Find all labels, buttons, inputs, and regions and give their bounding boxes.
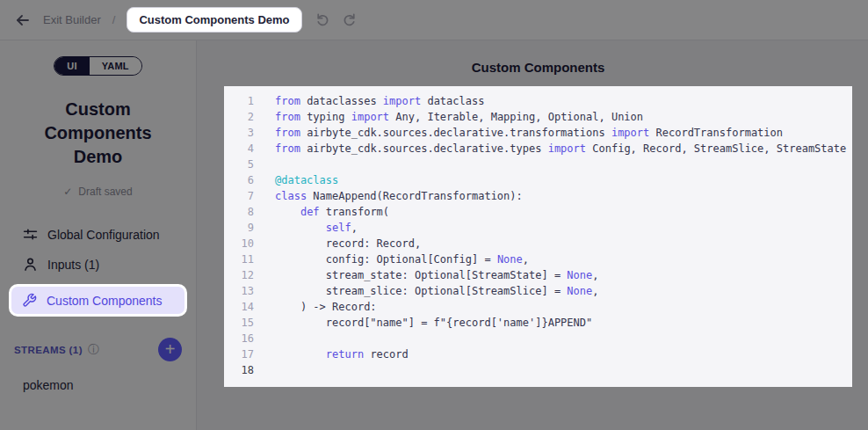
- code-text: def transform(: [254, 204, 389, 220]
- sidebar-item-label: Global Configuration: [47, 228, 160, 242]
- draft-status-label: Draft saved: [78, 186, 132, 198]
- code-text: stream_state: Optional[StreamState] = No…: [254, 267, 598, 283]
- code-line: 9 self,: [224, 220, 852, 236]
- code-line: 18: [224, 362, 852, 378]
- redo-button[interactable]: [342, 11, 358, 28]
- line-number: 18: [224, 362, 254, 378]
- code-text: return record: [254, 346, 409, 362]
- code-text: ) -> Record:: [254, 299, 377, 315]
- line-number: 9: [224, 220, 254, 236]
- code-line: 7class NameAppend(RecordTransformation):: [224, 188, 852, 204]
- line-number: 2: [224, 109, 254, 125]
- code-text: [254, 362, 275, 378]
- line-number: 4: [224, 141, 254, 157]
- custom-components-code-editor[interactable]: 1from dataclasses import dataclass2from …: [224, 86, 852, 387]
- code-line: 12 stream_state: Optional[StreamState] =…: [224, 267, 852, 283]
- code-text: from airbyte_cdk.sources.declarative.typ…: [254, 141, 846, 157]
- line-number: 1: [224, 93, 254, 109]
- code-line: 13 stream_slice: Optional[StreamSlice] =…: [224, 283, 852, 299]
- code-line: 4from airbyte_cdk.sources.declarative.ty…: [224, 141, 852, 157]
- code-text: [254, 331, 275, 346]
- code-line: 5: [224, 157, 852, 172]
- line-number: 7: [224, 188, 254, 204]
- streams-header: STREAMS (1) ⓘ +: [14, 338, 182, 361]
- breadcrumb-separator: /: [112, 13, 116, 26]
- line-number: 17: [224, 346, 254, 362]
- line-number: 15: [224, 315, 254, 331]
- code-text: from dataclasses import dataclass: [254, 93, 484, 109]
- stream-item-pokemon[interactable]: pokemon: [14, 373, 182, 397]
- code-line: 8 def transform(: [224, 204, 852, 220]
- code-text: from typing import Any, Iterable, Mappin…: [254, 109, 643, 125]
- sidebar-project-title: Custom Components Demo: [33, 98, 164, 169]
- project-name-field[interactable]: Custom Components Demo: [127, 7, 301, 33]
- code-text: from airbyte_cdk.sources.declarative.tra…: [254, 125, 783, 141]
- line-number: 13: [224, 283, 254, 299]
- toggle-yaml[interactable]: YAML: [90, 57, 141, 75]
- main-inner: Custom Components 1from dataclasses impo…: [224, 60, 852, 387]
- builder-nav: Global Configuration Inputs (1) Custom C…: [14, 220, 182, 317]
- code-text: stream_slice: Optional[StreamSlice] = No…: [254, 283, 598, 299]
- code-text: record: Record,: [254, 236, 421, 251]
- code-line: 10 record: Record,: [224, 236, 852, 251]
- topbar: Exit Builder / Custom Components Demo: [0, 0, 868, 40]
- sidebar-item-label: Inputs (1): [47, 258, 99, 272]
- sidebar: UI YAML Custom Components Demo ✓ Draft s…: [0, 40, 197, 430]
- line-number: 16: [224, 331, 254, 346]
- add-stream-button[interactable]: +: [158, 338, 182, 361]
- code-text: config: Optional[Config] = None,: [254, 251, 529, 267]
- draft-status: ✓ Draft saved: [14, 186, 182, 198]
- line-number: 6: [224, 172, 254, 188]
- main-panel: Custom Components 1from dataclasses impo…: [197, 40, 868, 430]
- wrench-icon: [22, 293, 37, 308]
- code-line: 3from airbyte_cdk.sources.declarative.tr…: [224, 125, 852, 141]
- code-text: @dataclass: [254, 172, 338, 188]
- code-line: 15 record["name"] = f"{record['name']}AP…: [224, 315, 852, 331]
- page-title: Custom Components: [224, 60, 852, 75]
- code-text: class NameAppend(RecordTransformation):: [254, 188, 523, 204]
- check-icon: ✓: [63, 186, 72, 198]
- sidebar-item-label: Custom Components: [47, 294, 163, 308]
- code-line: 2from typing import Any, Iterable, Mappi…: [224, 109, 852, 125]
- code-text: [254, 157, 275, 172]
- line-number: 10: [224, 236, 254, 251]
- toggle-ui[interactable]: UI: [54, 57, 89, 75]
- exit-builder-link[interactable]: Exit Builder: [43, 13, 101, 26]
- line-number: 14: [224, 299, 254, 315]
- back-button[interactable]: [14, 11, 32, 29]
- code-text: self,: [254, 220, 358, 236]
- info-icon[interactable]: ⓘ: [88, 344, 99, 355]
- redo-icon: [342, 11, 358, 28]
- code-lines: 1from dataclasses import dataclass2from …: [224, 93, 852, 378]
- code-line: 17 return record: [224, 346, 852, 362]
- sidebar-item-custom-components[interactable]: Custom Components: [9, 284, 187, 317]
- ui-yaml-toggle: UI YAML: [54, 56, 141, 76]
- line-number: 5: [224, 157, 254, 172]
- code-line: 6@dataclass: [224, 172, 852, 188]
- undo-button[interactable]: [314, 11, 330, 28]
- code-line: 16: [224, 331, 852, 346]
- undo-icon: [314, 11, 330, 28]
- line-number: 8: [224, 204, 254, 220]
- line-number: 3: [224, 125, 254, 141]
- code-text: record["name"] = f"{record['name']}APPEN…: [254, 315, 592, 331]
- line-number: 11: [224, 251, 254, 267]
- sidebar-item-inputs[interactable]: Inputs (1): [14, 250, 182, 279]
- code-line: 11 config: Optional[Config] = None,: [224, 251, 852, 267]
- line-number: 12: [224, 267, 254, 283]
- code-line: 14 ) -> Record:: [224, 299, 852, 315]
- connector-builder-app: Exit Builder / Custom Components Demo UI…: [0, 0, 868, 430]
- back-arrow-icon: [14, 11, 32, 29]
- sliders-icon: [23, 227, 38, 242]
- streams-section-label: STREAMS (1): [14, 345, 83, 355]
- body-row: UI YAML Custom Components Demo ✓ Draft s…: [0, 40, 868, 430]
- user-icon: [23, 257, 38, 272]
- sidebar-item-global-configuration[interactable]: Global Configuration: [14, 220, 182, 249]
- code-line: 1from dataclasses import dataclass: [224, 93, 852, 109]
